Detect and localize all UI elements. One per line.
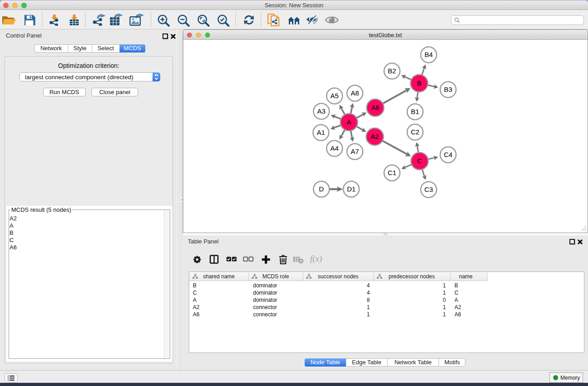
svg-text:C1: C1 [387,169,396,176]
svg-text:B3: B3 [444,86,452,93]
svg-text:A5: A5 [330,92,339,100]
svg-text:B4: B4 [425,51,433,58]
svg-text:A3: A3 [317,107,325,115]
svg-text:A2: A2 [371,133,379,140]
svg-text:A8: A8 [351,89,359,97]
svg-text:C4: C4 [444,151,452,158]
svg-text:C2: C2 [411,128,419,136]
svg-text:B1: B1 [411,108,419,115]
svg-text:A6: A6 [371,104,379,111]
svg-text:D: D [319,185,324,193]
svg-text:C3: C3 [424,186,433,193]
svg-text:B2: B2 [388,67,396,75]
svg-text:C: C [417,157,422,165]
svg-text:A7: A7 [351,148,359,155]
svg-text:D1: D1 [347,185,355,193]
svg-text:A4: A4 [330,144,339,152]
svg-text:B: B [417,79,421,87]
svg-text:A1: A1 [317,129,325,136]
svg-text:A: A [347,118,351,126]
